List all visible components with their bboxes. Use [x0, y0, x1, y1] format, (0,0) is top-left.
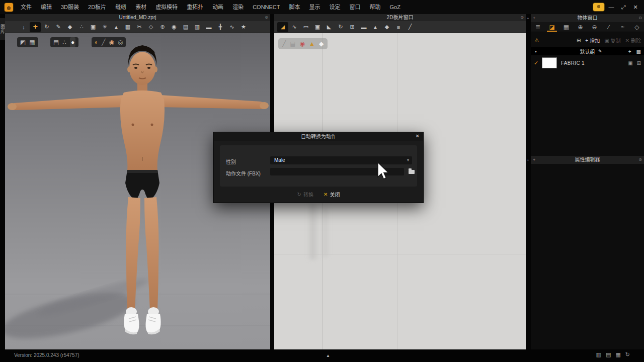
grid-pattern-tool[interactable]: ⊞: [347, 22, 358, 32]
add-folder-button[interactable]: ⊞: [577, 38, 581, 43]
layout-2-pane-icon[interactable]: ▥: [596, 351, 601, 358]
tab-topstitch[interactable]: ∕: [602, 22, 616, 32]
copy-fabric-button[interactable]: ▣ 复制: [604, 37, 620, 44]
show-pattern-mesh-icon[interactable]: ▦: [29, 37, 35, 47]
maximize-button[interactable]: ⤢: [618, 4, 629, 11]
menu-item[interactable]: 重拓扑: [182, 0, 208, 14]
menu-item[interactable]: GoZ: [385, 0, 405, 14]
pin-icon[interactable]: ⊙: [520, 14, 524, 21]
arrange-clothes-tool[interactable]: ▣: [88, 22, 99, 32]
warning-badge-icon[interactable]: ▲: [309, 39, 315, 49]
layout-4-pane-icon[interactable]: ▦: [615, 351, 620, 358]
browse-file-button[interactable]: [407, 168, 416, 175]
fabric-list-item[interactable]: ✓ FABRIC 1 ▣ ⊞: [531, 55, 644, 70]
pin-visibility-icon[interactable]: ╱: [102, 37, 105, 47]
mannequin-tool[interactable]: ▤: [180, 22, 191, 32]
move-tool[interactable]: ✚: [30, 22, 41, 32]
menu-item[interactable]: 文件: [16, 0, 36, 14]
garment-2d-tool[interactable]: ▲: [370, 22, 381, 32]
convert-button[interactable]: ↻ 转换: [297, 191, 313, 198]
button-tool[interactable]: ⊕: [157, 22, 168, 32]
wall-tool[interactable]: ▥: [192, 22, 203, 32]
pin-icon[interactable]: ⊙: [638, 156, 642, 164]
motion-file-input[interactable]: [270, 168, 404, 175]
fold-arrangement-tool[interactable]: ▦: [122, 22, 133, 32]
iron-tool[interactable]: ▬: [358, 22, 369, 32]
tab-fabric[interactable]: ◪: [545, 22, 559, 32]
tab-scene-list[interactable]: ≣: [531, 22, 545, 32]
dock-handle-icon[interactable]: +: [527, 16, 529, 21]
fold-tool[interactable]: ↻: [335, 22, 346, 32]
simulation-quality-icon[interactable]: ◐: [95, 37, 98, 47]
menu-item[interactable]: 虚拟模特: [151, 0, 182, 14]
rounded-rect-tool[interactable]: ▣: [312, 22, 323, 32]
folder-icon[interactable]: ▩: [636, 49, 641, 54]
select-avatar-tool[interactable]: ◆: [64, 22, 75, 32]
fabric-group-row[interactable]: ▾ 默认组 ✎ + ▩: [531, 47, 644, 55]
reset-layout-icon[interactable]: ↻: [625, 351, 630, 358]
show-sewing-icon[interactable]: ▤: [290, 39, 295, 49]
scissors-tool[interactable]: ✂: [134, 22, 145, 32]
menu-item[interactable]: 缝纫: [111, 0, 131, 14]
menu-item[interactable]: 2D板片: [84, 0, 111, 14]
dock-handle-icon[interactable]: +: [527, 158, 529, 162]
add-fabric-button[interactable]: + 增加: [585, 37, 600, 44]
rotate-tool[interactable]: ↻: [41, 22, 52, 32]
fabric-detail-icon[interactable]: ▣: [628, 60, 632, 66]
pin-tool[interactable]: ∴: [76, 22, 87, 32]
menu-item[interactable]: 3D服装: [56, 0, 84, 14]
layout-3-pane-icon[interactable]: ▤: [606, 351, 611, 358]
menu-item[interactable]: 素材: [131, 0, 151, 14]
transform-pattern-tool[interactable]: ◢: [277, 22, 288, 32]
edit-group-icon[interactable]: ✎: [598, 49, 602, 54]
measure-tool[interactable]: ╋: [215, 22, 226, 32]
wind-controller-tool[interactable]: ✳: [99, 22, 110, 32]
fabric-add-icon[interactable]: ⊞: [637, 60, 641, 66]
dialog-close-icon[interactable]: ✕: [416, 133, 420, 139]
edit-curve-tool[interactable]: ∿: [289, 22, 300, 32]
fabric-swatch[interactable]: [542, 57, 557, 68]
delete-fabric-button[interactable]: ✕ 删除: [625, 37, 641, 44]
show-garment-icon[interactable]: ◩: [20, 37, 26, 47]
tab-buttonhole[interactable]: ⊖: [588, 22, 602, 32]
tab-graphic[interactable]: ▦: [559, 22, 573, 32]
show-garment-2d-icon[interactable]: ◆: [319, 39, 324, 49]
dialog-close-button[interactable]: ✕ 关闭: [324, 191, 340, 198]
edit-pattern-icon[interactable]: ╱: [282, 39, 286, 49]
check-icon[interactable]: ✓: [534, 60, 538, 66]
menu-item[interactable]: CONNECT: [248, 0, 284, 14]
close-button[interactable]: ✕: [630, 4, 641, 11]
avatar-zero-icon[interactable]: ◎: [118, 37, 123, 47]
tab-button[interactable]: ⊕: [573, 22, 587, 32]
expand-timeline-icon[interactable]: ▲: [326, 353, 330, 358]
tab-puckering[interactable]: ≈: [616, 22, 630, 32]
menu-item[interactable]: 设定: [325, 0, 345, 14]
rectangle-tool[interactable]: ▭: [300, 22, 311, 32]
project-tab-title[interactable]: Untitled_MD.zprj: [5, 14, 270, 21]
tab-trim[interactable]: ◇: [630, 22, 644, 32]
menu-item[interactable]: 窗口: [345, 0, 365, 14]
avatar-solid-icon[interactable]: ●: [70, 37, 75, 47]
pleat-tool[interactable]: ≡: [393, 22, 404, 32]
menu-item[interactable]: 动画: [208, 0, 228, 14]
gizmo-mode-tool[interactable]: ↓: [18, 22, 29, 32]
seam-line-tool[interactable]: ╱: [405, 22, 416, 32]
info-badge-icon[interactable]: ◉: [300, 39, 305, 49]
bounding-volume-tool[interactable]: ▬: [203, 22, 214, 32]
pin-icon[interactable]: ⊙: [638, 14, 642, 22]
pin-icon[interactable]: ⊙: [265, 14, 268, 21]
show-arrangement-points-icon[interactable]: ∴: [62, 37, 66, 47]
pose-tool[interactable]: ★: [238, 22, 249, 32]
minimize-button[interactable]: —: [606, 4, 617, 10]
garment-tool[interactable]: ▲: [111, 22, 122, 32]
add-group-icon[interactable]: +: [628, 49, 631, 54]
menu-item[interactable]: 渲染: [228, 0, 248, 14]
menu-item[interactable]: 脚本: [285, 0, 305, 14]
steam-tool[interactable]: ◇: [145, 22, 156, 32]
dart-tool[interactable]: ◣: [324, 22, 335, 32]
show-avatar-icon[interactable]: ▤: [53, 37, 59, 47]
edit-sewing-tool[interactable]: ✎: [53, 22, 64, 32]
bend-tool[interactable]: ∿: [226, 22, 237, 32]
menu-item[interactable]: 帮助: [365, 0, 385, 14]
menu-item[interactable]: 显示: [305, 0, 325, 14]
